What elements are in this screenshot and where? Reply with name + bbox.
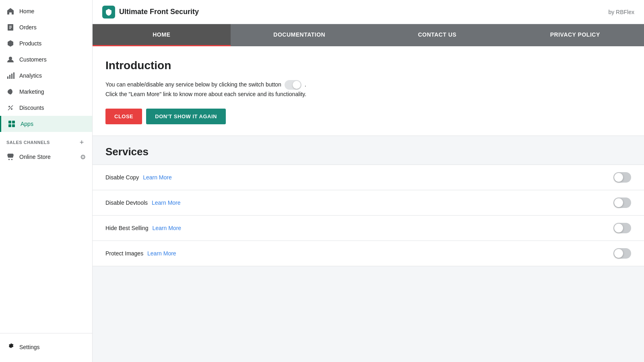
services-section: Services Disable Copy Learn More Disable… — [93, 136, 644, 266]
service-label-disable-copy: Disable Copy Learn More — [105, 174, 172, 181]
tab-privacy-policy[interactable]: PRIVACY POLICY — [506, 24, 644, 46]
svg-rect-13 — [8, 121, 11, 123]
sidebar-item-home-label: Home — [19, 8, 34, 14]
discounts-icon — [6, 104, 14, 112]
sidebar-item-marketing[interactable]: Marketing — [0, 84, 92, 100]
sidebar-item-products-label: Products — [19, 40, 41, 47]
learn-more-disable-copy[interactable]: Learn More — [143, 174, 172, 181]
main-content: Ultimate Front Security by RBFlex HOME D… — [93, 0, 644, 362]
toggle-disable-devtools[interactable] — [613, 197, 631, 208]
services-header: Services — [93, 136, 644, 165]
intro-buttons: CLOSE DON'T SHOW IT AGAIN — [105, 109, 631, 124]
sidebar-item-apps-label: Apps — [21, 121, 33, 127]
home-icon — [6, 7, 14, 15]
intro-desc-part3: Click the "Learn More" link to know more… — [105, 91, 306, 97]
service-row-hide-best-selling: Hide Best Selling Learn More — [93, 215, 644, 241]
sidebar-item-discounts-label: Discounts — [19, 105, 44, 111]
service-row-disable-copy: Disable Copy Learn More — [93, 165, 644, 190]
app-header-left: Ultimate Front Security — [102, 6, 199, 19]
app-byline: by RBFlex — [608, 9, 634, 15]
service-row-disable-devtools: Disable Devtools Learn More — [93, 190, 644, 215]
svg-rect-18 — [11, 159, 12, 160]
sales-channels-label: SALES CHANNELS — [6, 140, 50, 145]
tab-contact-us[interactable]: CONTACT US — [368, 24, 506, 46]
svg-point-11 — [11, 108, 12, 110]
learn-more-protect-images[interactable]: Learn More — [147, 250, 176, 257]
sidebar-item-orders-label: Orders — [19, 24, 37, 31]
sidebar-item-online-store[interactable]: Online Store ⚙ — [0, 149, 92, 165]
toggle-protect-images[interactable] — [613, 248, 631, 259]
sidebar-item-marketing-label: Marketing — [19, 88, 44, 95]
learn-more-disable-devtools[interactable]: Learn More — [152, 200, 181, 206]
toggle-disable-copy[interactable] — [613, 172, 631, 183]
marketing-icon — [6, 88, 14, 96]
app-logo-icon — [102, 6, 115, 19]
analytics-icon — [6, 72, 14, 80]
learn-more-hide-best-selling[interactable]: Learn More — [153, 225, 182, 231]
add-sales-channel-button[interactable]: + — [78, 138, 86, 146]
sidebar-item-products[interactable]: Products — [0, 35, 92, 51]
dont-show-button[interactable]: DON'T SHOW IT AGAIN — [146, 109, 226, 124]
svg-rect-15 — [8, 124, 11, 127]
close-button[interactable]: CLOSE — [105, 109, 142, 124]
apps-icon — [8, 120, 16, 128]
sidebar-item-orders[interactable]: Orders — [0, 19, 92, 35]
svg-point-4 — [9, 57, 12, 60]
svg-rect-7 — [11, 74, 12, 79]
intro-title: Introduction — [105, 59, 631, 72]
sales-channels-header: SALES CHANNELS + — [0, 132, 92, 149]
toggle-hide-best-selling[interactable] — [613, 223, 631, 233]
sidebar-item-customers[interactable]: Customers — [0, 51, 92, 68]
sidebar-item-online-store-label: Online Store — [19, 154, 51, 160]
content-area: Introduction You can enable/disable any … — [93, 46, 644, 362]
intro-description: You can enable/disable any service below… — [105, 80, 631, 99]
introduction-card: Introduction You can enable/disable any … — [93, 46, 644, 136]
products-icon — [6, 39, 14, 47]
service-label-hide-best-selling: Hide Best Selling Learn More — [105, 225, 181, 231]
sidebar-item-analytics[interactable]: Analytics — [0, 68, 92, 84]
svg-rect-5 — [7, 76, 8, 79]
sidebar: Home Orders Products Customers — [0, 0, 93, 362]
service-label-protect-images: Protect Images Learn More — [105, 250, 176, 257]
service-label-disable-devtools: Disable Devtools Learn More — [105, 200, 181, 206]
svg-rect-8 — [13, 72, 14, 79]
sidebar-item-settings[interactable]: Settings — [0, 338, 92, 356]
sidebar-item-discounts[interactable]: Discounts — [0, 100, 92, 116]
online-store-settings-icon[interactable]: ⚙ — [80, 153, 86, 161]
orders-icon — [6, 23, 14, 31]
settings-label: Settings — [19, 344, 40, 350]
svg-rect-9 — [8, 91, 9, 93]
service-row-protect-images: Protect Images Learn More — [93, 241, 644, 266]
svg-point-10 — [8, 106, 10, 107]
app-title: Ultimate Front Security — [119, 8, 199, 16]
sidebar-bottom: Settings — [0, 333, 92, 362]
svg-rect-6 — [9, 75, 10, 79]
tab-navigation: HOME DOCUMENTATION CONTACT US PRIVACY PO… — [93, 24, 644, 46]
tab-home[interactable]: HOME — [93, 24, 231, 46]
intro-desc-part1: You can enable/disable any service below… — [105, 81, 281, 88]
svg-rect-14 — [12, 121, 15, 123]
app-header: Ultimate Front Security by RBFlex — [93, 0, 644, 24]
sidebar-item-analytics-label: Analytics — [19, 72, 42, 79]
customers-icon — [6, 56, 14, 64]
sidebar-item-apps[interactable]: Apps — [0, 116, 92, 132]
intro-toggle-example — [285, 80, 301, 90]
tab-documentation[interactable]: DOCUMENTATION — [231, 24, 369, 46]
store-icon — [6, 153, 14, 161]
sidebar-nav: Home Orders Products Customers — [0, 0, 92, 333]
sidebar-item-customers-label: Customers — [19, 56, 47, 63]
settings-icon — [6, 342, 14, 352]
intro-desc-part2: . — [305, 81, 306, 88]
sidebar-item-home[interactable]: Home — [0, 3, 92, 19]
services-title: Services — [105, 146, 631, 158]
svg-rect-17 — [8, 159, 10, 160]
svg-rect-16 — [12, 124, 15, 127]
